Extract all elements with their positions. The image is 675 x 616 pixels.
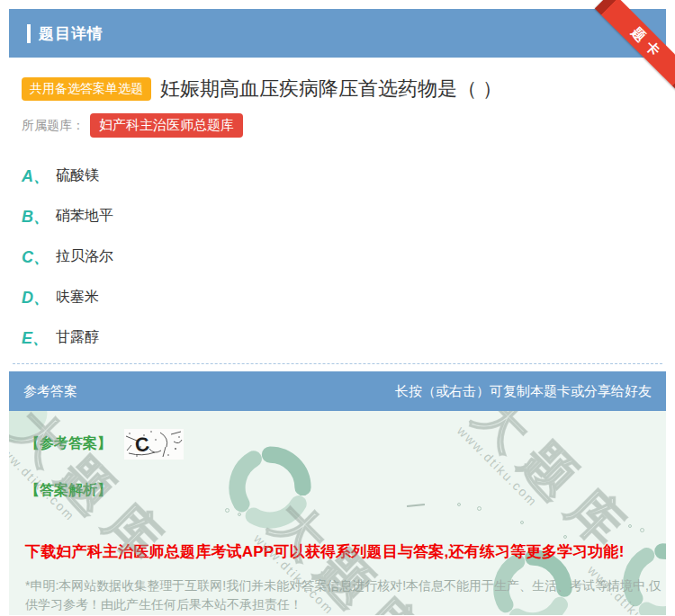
question-detail-page: 题卡 题目详情 共用备选答案单选题 妊娠期高血压疾病降压首选药物是（ ） 所属题…: [0, 0, 675, 616]
bank-row: 所属题库： 妇产科主治医师总题库: [22, 113, 653, 138]
option-text: 拉贝洛尔: [56, 247, 113, 266]
header-accent-bar: [27, 24, 31, 43]
answer-bar[interactable]: 参考答案 长按（或右击）可复制本题卡或分享给好友: [9, 371, 666, 411]
option-letter: D、: [22, 287, 56, 308]
option-letter: B、: [22, 206, 56, 228]
option-row-a: A、 硫酸镁: [22, 156, 653, 196]
option-row-d: D、 呋塞米: [22, 277, 653, 317]
reference-answer-row: 【参考答案】 C: [25, 434, 650, 460]
question-type-badge: 共用备选答案单选题: [22, 77, 151, 101]
page-title: 题目详情: [39, 23, 104, 44]
analysis-label: 【答案解析】: [25, 481, 650, 500]
question-row: 共用备选答案单选题 妊娠期高血压疾病降压首选药物是（ ）: [22, 76, 653, 103]
reference-answer-label: 【参考答案】: [25, 434, 112, 453]
answer-bar-title: 参考答案: [23, 383, 77, 400]
option-row-e: E、 甘露醇: [22, 317, 653, 358]
option-letter: C、: [22, 246, 56, 268]
option-text: 甘露醇: [56, 328, 99, 347]
answer-panel: 大题库 www.dtiku.com 大题库 www.dtiku.com 大题库 …: [9, 411, 666, 615]
option-row-c: C、 拉贝洛尔: [22, 237, 653, 277]
disclaimer-text: *申明:本网站数据收集整理于互联网!我们并未能对答案信息进行核对!本信息不能用于…: [25, 576, 666, 614]
answer-letter: C: [133, 433, 150, 457]
app-download-promo-link[interactable]: 下载妇产科主治医师总题库考试APP可以获得系列题目与答案,还有练习等更多学习功能…: [25, 541, 650, 562]
copy-share-hint: 长按（或右击）可复制本题卡或分享给好友: [395, 383, 652, 400]
option-text: 硝苯地平: [56, 207, 113, 226]
option-letter: A、: [22, 165, 56, 187]
option-text: 呋塞米: [56, 288, 99, 307]
answer-panel-content: 【参考答案】 C 【答案解析】 下载妇产科主治医师总题库考试A: [9, 411, 666, 614]
question-section: 共用备选答案单选题 妊娠期高血压疾病降压首选药物是（ ） 所属题库： 妇产科主治…: [9, 58, 666, 358]
option-letter: E、: [22, 327, 56, 349]
bank-label: 所属题库：: [22, 118, 85, 134]
dashed-divider: [13, 363, 662, 364]
page-header: 题目详情: [9, 9, 666, 58]
option-text: 硫酸镁: [56, 166, 99, 185]
question-text: 妊娠期高血压疾病降压首选药物是（ ）: [160, 76, 502, 103]
option-row-b: B、 硝苯地平: [22, 196, 653, 237]
options-list: A、 硫酸镁 B、 硝苯地平 C、 拉贝洛尔 D、 呋塞米 E、 甘露醇: [22, 156, 653, 358]
answer-captcha-image: C: [124, 429, 184, 460]
bank-badge-link[interactable]: 妇产科主治医师总题库: [90, 113, 243, 138]
